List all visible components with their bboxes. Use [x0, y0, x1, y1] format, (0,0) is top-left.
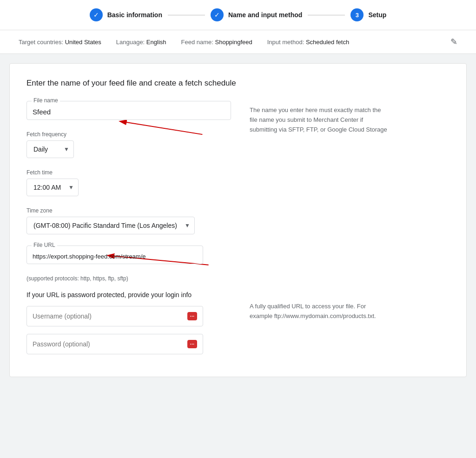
fetch-frequency-label: Fetch frequency [26, 131, 231, 138]
password-badge: ··· [187, 340, 197, 348]
content-layout: File name Fetch frequency Daily Weekly M… [26, 101, 450, 362]
file-url-hint: A fully qualified URL to access your fil… [250, 302, 389, 321]
time-zone-label: Time zone [26, 207, 231, 214]
file-name-label: File name [32, 97, 60, 104]
file-url-label: File URL [32, 242, 57, 248]
target-countries-summary: Target countries: United States [19, 39, 101, 46]
fetch-time-label: Fetch time [26, 169, 231, 176]
fetch-frequency-select-wrapper: Daily Weekly Monthly ▼ [26, 140, 74, 158]
step-connector-2 [308, 15, 345, 15]
supported-protocols-hint: (supported protocols: http, https, ftp, … [26, 275, 231, 282]
stepper: ✓ Basic information ✓ Name and input met… [0, 0, 476, 30]
step-2-label: Name and input method [228, 11, 302, 19]
input-method-summary: Input method: Scheduled fetch [267, 39, 349, 46]
file-name-hint: The name you enter here must exactly mat… [250, 106, 389, 134]
right-column: The name you enter here must exactly mat… [250, 101, 450, 362]
step-2-icon: ✓ [211, 8, 224, 21]
file-url-input-wrapper: File URL [26, 246, 203, 264]
summary-bar: Target countries: United States Language… [0, 30, 476, 54]
fetch-frequency-field: Fetch frequency Daily Weekly Monthly ▼ [26, 131, 231, 158]
time-zone-select-wrapper: (GMT-08:00) Pacific Standard Time (Los A… [26, 217, 195, 234]
step-3-icon: 3 [350, 8, 364, 21]
username-field-wrapper: ··· [26, 306, 203, 326]
time-zone-field: Time zone (GMT-08:00) Pacific Standard T… [26, 207, 231, 234]
fetch-time-field: Fetch time 12:00 AM 1:00 AM 6:00 AM 12:0… [26, 169, 231, 196]
step-1-icon: ✓ [90, 8, 103, 21]
step-3: 3 Setup [350, 8, 386, 21]
file-url-input[interactable] [33, 253, 197, 260]
file-url-hint-block: A fully qualified URL to access your fil… [250, 302, 450, 321]
fetch-time-select[interactable]: 12:00 AM 1:00 AM 6:00 AM 12:00 PM [26, 179, 79, 196]
file-name-field: File name [26, 101, 231, 120]
password-section-title: If your URL is password protected, provi… [26, 291, 231, 299]
file-name-hint-block: The name you enter here must exactly mat… [250, 106, 450, 134]
file-name-input[interactable] [33, 108, 225, 116]
step-1: ✓ Basic information [90, 8, 162, 21]
step-3-label: Setup [368, 11, 386, 19]
password-field-wrapper: ··· [26, 334, 203, 354]
fetch-time-select-wrapper: 12:00 AM 1:00 AM 6:00 AM 12:00 PM ▼ [26, 179, 79, 196]
password-input[interactable] [33, 340, 187, 348]
file-name-input-wrapper: File name [26, 101, 231, 120]
feed-name-summary: Feed name: Shoppingfeed [181, 39, 252, 46]
time-zone-select[interactable]: (GMT-08:00) Pacific Standard Time (Los A… [26, 217, 195, 234]
left-column: File name Fetch frequency Daily Weekly M… [26, 101, 231, 362]
language-summary: Language: English [116, 39, 166, 46]
file-url-field: File URL [26, 246, 231, 264]
step-2: ✓ Name and input method [211, 8, 302, 21]
main-content: Enter the name of your feed file and cre… [9, 63, 467, 377]
step-1-label: Basic information [107, 11, 162, 19]
username-input[interactable] [33, 312, 187, 320]
username-badge: ··· [187, 312, 197, 320]
fetch-frequency-select[interactable]: Daily Weekly Monthly [26, 140, 74, 158]
page-title: Enter the name of your feed file and cre… [26, 79, 450, 88]
step-connector-1 [168, 15, 205, 15]
edit-icon[interactable]: ✎ [450, 37, 457, 47]
